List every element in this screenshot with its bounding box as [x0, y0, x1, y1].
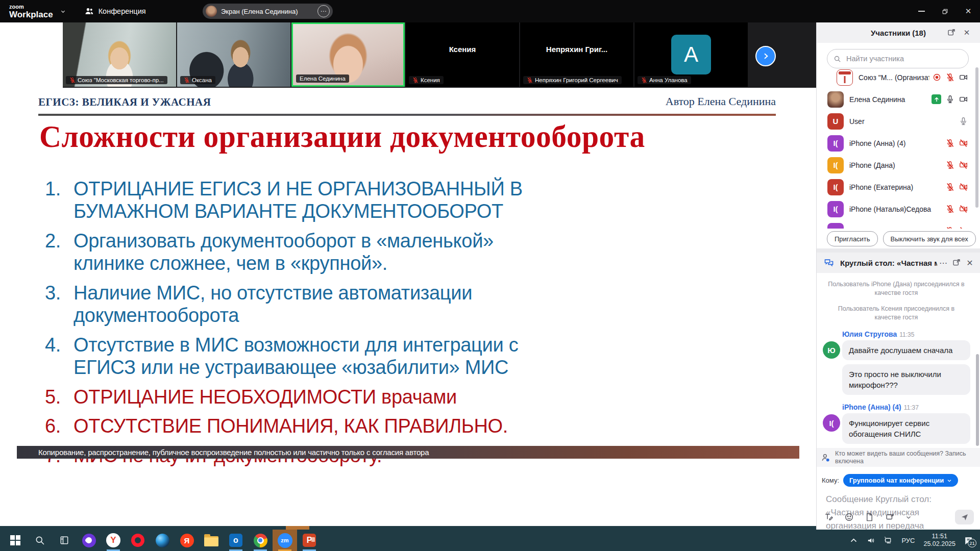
volume-icon[interactable]	[867, 536, 875, 545]
camera-off-icon	[959, 183, 968, 191]
powerpoint-icon: P	[303, 534, 316, 547]
restore-button[interactable]	[933, 0, 957, 22]
participant-search-box[interactable]	[827, 49, 969, 68]
start-icon	[10, 535, 20, 545]
slide-header-left: ЕГИСЗ: ВЕЛИКАЯ И УЖАСНАЯ	[38, 96, 211, 109]
video-tile-4[interactable]: КсенияКсения	[406, 22, 519, 87]
invite-button[interactable]: Пригласить	[827, 231, 878, 246]
participant-row[interactable]: I(iPhone (Наталья)Седова	[817, 198, 973, 220]
participant-row[interactable]: Союз "М... (Организатор, я)	[817, 66, 973, 88]
participant-name: User	[849, 117, 956, 126]
mic-idle-icon	[959, 117, 968, 126]
chevron-down-icon[interactable]	[905, 514, 912, 520]
taskbar-telegram[interactable]	[150, 530, 175, 551]
message-time: 11:35	[899, 331, 914, 338]
chat-scrollbar[interactable]	[976, 354, 979, 446]
avatar: I(	[827, 179, 844, 195]
close-button[interactable]: ✕	[957, 0, 980, 22]
participant-row[interactable]: I(iPhone (Анна) (4)	[817, 132, 973, 154]
tab-screen-share[interactable]: Экран (Елена Сединина) ⋯	[203, 4, 333, 19]
item-text: ОТРИЦАНИЕ ЕГИСЗ И НЕ ОРГАНИЗОВАННЫЙ В БУ…	[74, 178, 553, 223]
item-text: Организовать документооборот в «маленько…	[74, 230, 553, 275]
next-videos-button[interactable]	[755, 46, 776, 66]
participant-row[interactable]: Елена Сединина	[817, 88, 973, 110]
slide-numbered-list: 1.ОТРИЦАНИЕ ЕГИСЗ И НЕ ОРГАНИЗОВАННЫЙ В …	[45, 178, 560, 473]
close-icon[interactable]: ✕	[961, 27, 973, 39]
format-text-icon[interactable]	[824, 512, 834, 522]
close-icon[interactable]: ✕	[964, 257, 976, 269]
mic-off-icon	[69, 77, 76, 83]
panel-divider	[817, 248, 980, 253]
tray-expand-icon[interactable]	[849, 536, 858, 545]
avatar: I(	[823, 414, 840, 432]
avatar: I(	[827, 157, 844, 173]
network-icon[interactable]	[884, 536, 893, 545]
participant-row[interactable]: I(iPhone (Дана)	[817, 154, 973, 176]
item-number: 1.	[45, 178, 74, 223]
participants-scrollbar[interactable]	[975, 67, 978, 208]
taskbar-opera[interactable]	[126, 530, 150, 551]
participant-row[interactable]: I	[817, 220, 973, 229]
screenshot-icon[interactable]	[885, 512, 895, 522]
mic-off-icon	[946, 183, 954, 191]
popout-icon[interactable]	[945, 27, 958, 39]
taskbar-search[interactable]	[28, 530, 52, 551]
video-tile-2[interactable]: Оксана	[177, 22, 290, 87]
yandex-icon: Я	[180, 534, 194, 547]
slide-list-item-2: 2.Организовать документооборот в «малень…	[45, 230, 560, 275]
taskbar-yandex-browser[interactable]: Y	[101, 530, 126, 551]
record-icon	[933, 73, 941, 82]
item-number: 4.	[45, 334, 74, 379]
slide-list-item-4: 4.Отсутствие в МИС возможности для интег…	[45, 334, 560, 379]
minimize-button[interactable]	[910, 0, 933, 22]
video-tile-5[interactable]: Непряхин Григ...Непряхин Григорий Сергее…	[520, 22, 633, 87]
participant-list: Союз "М... (Организатор, я)Елена Сединин…	[817, 66, 973, 229]
language-indicator[interactable]: РУС	[901, 537, 915, 544]
emoji-icon[interactable]	[844, 512, 854, 522]
video-tile-1[interactable]: Союз "Московская торгово-пр...	[63, 22, 176, 87]
tab-meeting[interactable]: Конференция	[84, 6, 146, 16]
item-number: 3.	[45, 282, 74, 327]
window-controls: ✕	[910, 0, 980, 22]
participant-row[interactable]: UUser	[817, 110, 973, 132]
attach-file-icon[interactable]	[865, 512, 874, 522]
taskbar-start[interactable]	[3, 530, 28, 551]
camera-off-icon	[959, 161, 968, 169]
action-center-icon[interactable]: 21	[964, 536, 973, 545]
avatar: I	[827, 223, 844, 229]
taskbar-apps: YЯozmP	[0, 530, 322, 551]
popout-icon[interactable]	[950, 257, 963, 269]
slide-list-item-1: 1.ОТРИЦАНИЕ ЕГИСЗ И НЕ ОРГАНИЗОВАННЫЙ В …	[45, 178, 560, 223]
alice-icon	[82, 534, 96, 547]
clock[interactable]: 11:51 25.02.2025	[923, 533, 955, 548]
camera-off-icon	[959, 139, 968, 147]
taskbar-powerpoint[interactable]: P	[297, 530, 322, 551]
recipient-selector[interactable]: Групповой чат конференции	[843, 474, 958, 487]
taskbar-outlook[interactable]: o	[224, 530, 248, 551]
taskbar-zoom[interactable]: zm	[273, 530, 297, 551]
taskbar-chrome[interactable]	[248, 530, 273, 551]
video-tile-6[interactable]: AАнна Уланова	[634, 22, 748, 87]
chevron-down-icon[interactable]	[60, 9, 66, 14]
shared-screen-area: ЕГИСЗ: ВЕЛИКАЯ И УЖАСНАЯ Автор Елена Сед…	[0, 22, 816, 526]
participant-name-overlay: Непряхин Григ...	[520, 45, 633, 54]
participant-row[interactable]: I(iPhone (Екатерина)	[817, 176, 973, 198]
taskbar-task-view[interactable]	[52, 530, 77, 551]
mic-off-icon	[527, 77, 533, 83]
screen-share-edge	[0, 526, 816, 530]
search-input[interactable]	[845, 54, 962, 63]
taskbar-alice[interactable]	[77, 530, 101, 551]
video-tile-3[interactable]: Елена Сединина	[291, 22, 405, 87]
system-message: Пользователь Ксения присоединился в каче…	[826, 305, 967, 322]
taskbar-yandex[interactable]: Я	[175, 530, 199, 551]
send-button[interactable]	[955, 510, 974, 524]
mute-all-button[interactable]: Выключить звук для всех	[883, 231, 976, 246]
chat-more-icon[interactable]: ⋯	[937, 257, 949, 269]
slide-title: Сложности организации документооборота	[39, 118, 645, 155]
mic-off-icon	[184, 77, 190, 83]
participant-name: Елена Сединина	[849, 95, 928, 104]
more-options-icon[interactable]: ⋯	[317, 5, 330, 17]
telegram-icon	[156, 534, 169, 547]
taskbar-file-explorer[interactable]	[199, 530, 224, 551]
sender-name: iPhone (Анна) (4)	[842, 403, 901, 411]
